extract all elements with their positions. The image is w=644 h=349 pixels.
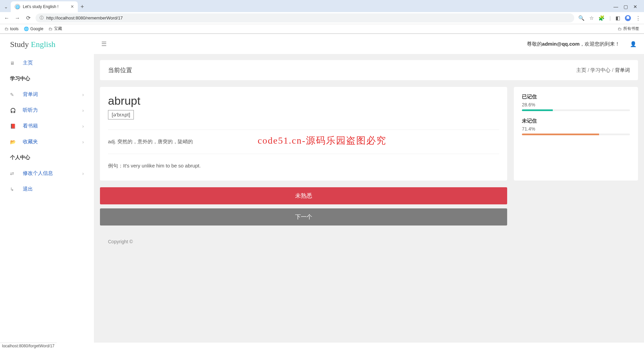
progress-bar-remembered [522, 109, 630, 111]
bookmark-baozang[interactable]: 🗀宝藏 [49, 26, 62, 32]
logout-icon: ↳ [10, 187, 16, 192]
chevron-right-icon: › [82, 171, 84, 176]
user-icon[interactable]: 👤 [630, 41, 637, 47]
back-icon[interactable]: ← [3, 15, 10, 21]
word-card: abrupt [ə'brʌpt] adj. 突然的，意外的，唐突的，陡峭的 例句… [100, 87, 507, 181]
divider [108, 130, 499, 130]
breadcrumb-study[interactable]: 学习中心 [590, 67, 610, 73]
action-buttons: 未熟悉 下一个 [100, 187, 507, 226]
breadcrumb: 主页 / 学习中心 / 背单词 [576, 67, 630, 73]
sidebar-item-home[interactable]: 🖥 主页 [0, 55, 94, 71]
stat-not-remembered: 未记住 71.4% [522, 118, 630, 135]
tab-dropdown-icon[interactable]: ⌄ [3, 3, 9, 10]
extensions-icon[interactable]: 🧩 [598, 15, 605, 21]
stats-card: 已记住 28.6% 未记住 71.4% [514, 87, 638, 181]
stat-label: 未记住 [522, 118, 630, 124]
word-title: abrupt [108, 94, 499, 107]
stat-label: 已记住 [522, 94, 630, 100]
sidepanel-icon[interactable]: ◧ [615, 15, 620, 21]
globe-icon: 🌐 [24, 27, 29, 31]
sidebar-item-favorites[interactable]: 📂 收藏夹 › [0, 134, 94, 150]
stat-value: 71.4% [522, 126, 630, 132]
tab-bar: ⌄ 🌐 Let's study English ! × + — ▢ ✕ [0, 0, 644, 12]
star-icon[interactable]: ☆ [589, 15, 594, 21]
menu-icon[interactable]: ⋮ [636, 15, 641, 21]
app-root: Study English 🖥 主页 学习中心 ✎ 背单词 › 🎧 听听力 › … [0, 34, 644, 343]
swap-icon: ⇄ [10, 171, 16, 176]
hamburger-icon[interactable]: ☰ [101, 40, 107, 48]
logo: Study English [0, 40, 94, 55]
folder-open-icon: 📂 [10, 139, 16, 145]
headphones-icon: 🎧 [10, 108, 16, 113]
bookmarks-bar: 🗀tools 🌐Google 🗀宝藏 🗀所有书签 [0, 24, 644, 34]
zoom-icon[interactable]: 🔍 [578, 15, 585, 21]
sidebar-item-listening[interactable]: 🎧 听听力 › [0, 102, 94, 118]
divider [108, 154, 499, 154]
sidebar-item-books[interactable]: 📕 看书籍 › [0, 118, 94, 134]
chevron-right-icon: › [82, 139, 84, 145]
maximize-icon[interactable]: ▢ [624, 4, 628, 9]
new-tab-button[interactable]: + [80, 3, 84, 10]
chevron-right-icon: › [82, 123, 84, 129]
progress-fill [522, 134, 599, 135]
footer: Copyright © [100, 226, 638, 251]
breadcrumb-card: 当前位置 主页 / 学习中心 / 背单词 [100, 60, 638, 80]
reload-icon[interactable]: ⟳ [25, 15, 32, 21]
close-icon[interactable]: × [71, 4, 74, 9]
breadcrumb-current: 背单词 [615, 67, 630, 73]
edit-icon: ✎ [10, 92, 16, 97]
folder-icon: 🗀 [49, 27, 53, 31]
progress-bar-not-remembered [522, 134, 630, 135]
window-controls: — ▢ ✕ [613, 4, 641, 9]
divider-icon: | [609, 15, 611, 21]
all-bookmarks[interactable]: 🗀所有书签 [618, 26, 639, 32]
example: 例句：It's very unlike him to be so abrupt. [108, 159, 499, 173]
folder-icon: 🗀 [5, 27, 9, 31]
laptop-icon: 🖥 [10, 60, 16, 66]
profile-icon[interactable] [625, 15, 631, 21]
forward-icon[interactable]: → [14, 15, 21, 21]
chevron-right-icon: › [82, 92, 84, 97]
location-label: 当前位置 [108, 66, 132, 74]
close-window-icon[interactable]: ✕ [633, 4, 637, 9]
main-area: ☰ 尊敬的admin@qq.com，欢迎您的到来！ 👤 当前位置 主页 / 学习… [94, 34, 644, 343]
sidebar-section-study: 学习中心 [0, 71, 94, 87]
browser-chrome: ⌄ 🌐 Let's study English ! × + — ▢ ✕ ← → … [0, 0, 644, 34]
welcome-text: 尊敬的admin@qq.com，欢迎您的到来！ [527, 41, 620, 47]
sidebar-item-edit-profile[interactable]: ⇄ 修改个人信息 › [0, 165, 94, 181]
url-text: http://localhost:8080/rememberWord/17 [46, 15, 123, 20]
chevron-right-icon: › [82, 108, 84, 113]
definition: adj. 突然的，意外的，唐突的，陡峭的 [108, 135, 499, 149]
sidebar-item-vocab[interactable]: ✎ 背单词 › [0, 87, 94, 102]
folder-icon: 🗀 [618, 27, 622, 31]
bookmark-tools[interactable]: 🗀tools [5, 27, 18, 31]
stat-value: 28.6% [522, 102, 630, 107]
sidebar-item-logout[interactable]: ↳ 退出 [0, 181, 94, 197]
url-input[interactable]: ⓘ http://localhost:8080/rememberWord/17 [36, 13, 574, 22]
book-icon: 📕 [10, 123, 16, 129]
browser-tab[interactable]: 🌐 Let's study English ! × [11, 1, 78, 12]
bookmark-google[interactable]: 🌐Google [24, 27, 43, 31]
progress-fill [522, 109, 553, 111]
address-bar: ← → ⟳ ⓘ http://localhost:8080/rememberWo… [0, 12, 644, 24]
content: 当前位置 主页 / 学习中心 / 背单词 abrupt [ə'brʌpt] ad… [94, 54, 644, 343]
globe-icon: 🌐 [15, 4, 20, 9]
breadcrumb-home[interactable]: 主页 [576, 67, 586, 73]
sidebar: Study English 🖥 主页 学习中心 ✎ 背单词 › 🎧 听听力 › … [0, 34, 94, 343]
sidebar-section-personal: 个人中心 [0, 150, 94, 165]
next-button[interactable]: 下一个 [100, 208, 507, 226]
pronunciation[interactable]: [ə'brʌpt] [108, 110, 134, 119]
tab-title: Let's study English ! [23, 4, 68, 9]
stat-remembered: 已记住 28.6% [522, 94, 630, 111]
unfamiliar-button[interactable]: 未熟悉 [100, 187, 507, 204]
topbar: ☰ 尊敬的admin@qq.com，欢迎您的到来！ 👤 [94, 34, 644, 54]
site-info-icon[interactable]: ⓘ [40, 15, 44, 21]
minimize-icon[interactable]: — [613, 4, 618, 9]
